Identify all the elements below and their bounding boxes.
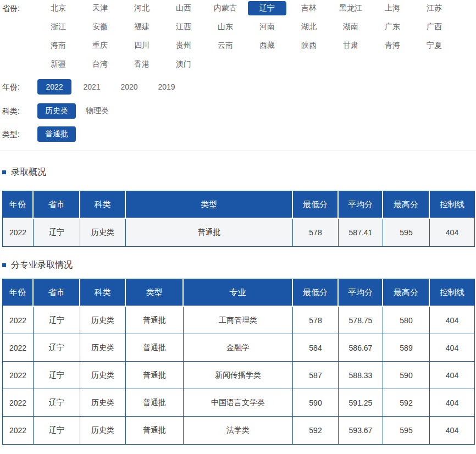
table-cell: 普通批 xyxy=(126,362,184,389)
province-option[interactable]: 福建 xyxy=(121,20,163,34)
table-cell: 2022 xyxy=(3,417,34,444)
header-cell: 控制线 xyxy=(430,191,474,219)
province-option[interactable]: 山西 xyxy=(163,1,204,15)
table-cell: 历史类 xyxy=(80,219,126,246)
table-cell: 589 xyxy=(383,334,430,362)
type-option[interactable]: 普通批 xyxy=(37,126,76,142)
province-option[interactable]: 内蒙古 xyxy=(204,1,246,15)
province-option[interactable]: 吉林 xyxy=(288,1,330,15)
table-cell: 2022 xyxy=(3,219,34,246)
province-option[interactable]: 陕西 xyxy=(288,38,330,53)
subject-option[interactable]: 历史类 xyxy=(37,103,76,119)
province-filter-label: 省份: xyxy=(2,1,37,15)
table-cell: 历史类 xyxy=(80,417,126,444)
year-option[interactable]: 2021 xyxy=(75,79,109,95)
table-cell: 辽宁 xyxy=(34,219,80,246)
header-cell: 年份 xyxy=(3,279,34,307)
province-option[interactable]: 四川 xyxy=(121,38,163,53)
table-cell: 普通批 xyxy=(126,219,293,246)
subject-options: 历史类物理类 xyxy=(37,103,119,119)
province-option[interactable]: 江西 xyxy=(163,20,204,34)
province-option[interactable]: 广西 xyxy=(413,20,455,34)
province-option[interactable]: 安徽 xyxy=(79,20,121,34)
table-cell: 2022 xyxy=(3,334,34,362)
table-cell: 普通批 xyxy=(126,334,184,362)
province-option[interactable]: 黑龙江 xyxy=(330,1,372,15)
table-row: 2022辽宁历史类普通批中国语言文学类590591.25592404 xyxy=(3,389,474,417)
province-option[interactable]: 青海 xyxy=(372,38,413,53)
header-cell: 最高分 xyxy=(383,279,430,307)
province-option[interactable]: 海南 xyxy=(37,38,79,53)
header-cell: 科类 xyxy=(80,279,126,307)
province-option[interactable]: 北京 xyxy=(37,1,79,15)
province-option[interactable]: 山东 xyxy=(204,20,246,34)
header-cell: 最低分 xyxy=(293,191,339,219)
province-option[interactable]: 甘肃 xyxy=(330,38,372,53)
province-option[interactable]: 澳门 xyxy=(163,57,204,71)
province-option[interactable]: 香港 xyxy=(121,57,163,71)
province-option[interactable]: 浙江 xyxy=(37,20,79,34)
province-option[interactable]: 湖北 xyxy=(288,20,330,34)
province-option[interactable]: 西藏 xyxy=(246,38,288,53)
province-option[interactable]: 湖南 xyxy=(330,20,372,34)
type-options: 普通批 xyxy=(37,126,76,142)
type-filter-row: 类型: 普通批 xyxy=(2,126,474,142)
province-option[interactable]: 江苏 xyxy=(413,1,455,15)
admission-scores-page: 省份: 北京天津河北山西内蒙古辽宁吉林黑龙江上海江苏浙江安徽福建江西山东河南湖北… xyxy=(0,0,476,445)
year-option[interactable]: 2022 xyxy=(37,79,71,95)
province-option[interactable]: 河北 xyxy=(121,1,163,15)
province-option[interactable]: 宁夏 xyxy=(413,38,455,53)
overview-section-title: 录取概况 xyxy=(2,167,474,178)
table-cell: 历史类 xyxy=(80,307,126,334)
table-cell: 工商管理类 xyxy=(184,307,293,334)
province-option[interactable]: 云南 xyxy=(204,38,246,53)
table-cell: 588.33 xyxy=(339,362,383,389)
header-cell: 平均分 xyxy=(339,279,383,307)
overview-table: 年份省市科类类型最低分平均分最高分控制线 2022辽宁历史类普通批578587.… xyxy=(2,191,475,247)
table-cell: 404 xyxy=(430,219,474,246)
subject-filter-row: 科类: 历史类物理类 xyxy=(2,103,474,119)
header-cell: 省市 xyxy=(34,279,80,307)
table-cell: 2022 xyxy=(3,307,34,334)
province-option[interactable]: 新疆 xyxy=(37,57,79,71)
table-cell: 578.75 xyxy=(339,307,383,334)
header-cell: 省市 xyxy=(34,191,80,219)
table-cell: 2022 xyxy=(3,389,34,417)
header-cell: 平均分 xyxy=(339,191,383,219)
table-cell: 590 xyxy=(383,362,430,389)
year-filter-label: 年份: xyxy=(2,79,37,95)
province-option[interactable]: 河南 xyxy=(246,20,288,34)
table-cell: 历史类 xyxy=(80,362,126,389)
province-option[interactable]: 贵州 xyxy=(163,38,204,53)
province-option[interactable]: 重庆 xyxy=(79,38,121,53)
province-options: 北京天津河北山西内蒙古辽宁吉林黑龙江上海江苏浙江安徽福建江西山东河南湖北湖南广东… xyxy=(37,1,455,71)
province-option[interactable]: 天津 xyxy=(79,1,121,15)
year-option[interactable]: 2019 xyxy=(150,79,184,95)
header-cell: 科类 xyxy=(80,191,126,219)
overview-table-body: 2022辽宁历史类普通批578587.41595404 xyxy=(3,219,474,246)
table-cell: 历史类 xyxy=(80,334,126,362)
table-cell: 历史类 xyxy=(80,389,126,417)
table-cell: 新闻传播学类 xyxy=(184,362,293,389)
table-row: 2022辽宁历史类普通批金融学584586.67589404 xyxy=(3,334,474,362)
table-cell: 593.67 xyxy=(339,417,383,444)
header-cell: 类型 xyxy=(126,191,293,219)
header-cell: 专业 xyxy=(184,279,293,307)
subject-filter-label: 科类: xyxy=(2,103,37,119)
table-cell: 404 xyxy=(430,334,474,362)
table-cell: 2022 xyxy=(3,362,34,389)
table-cell: 404 xyxy=(430,417,474,444)
table-cell: 580 xyxy=(383,307,430,334)
year-option[interactable]: 2020 xyxy=(112,79,146,95)
province-option[interactable]: 台湾 xyxy=(79,57,121,71)
table-row: 2022辽宁历史类普通批工商管理类578578.75580404 xyxy=(3,307,474,334)
majors-header-row: 年份省市科类类型专业最低分平均分最高分控制线 xyxy=(3,279,474,307)
province-option[interactable]: 广东 xyxy=(372,20,413,34)
subject-option[interactable]: 物理类 xyxy=(78,103,117,119)
header-cell: 最低分 xyxy=(293,279,339,307)
province-filter-row: 省份: 北京天津河北山西内蒙古辽宁吉林黑龙江上海江苏浙江安徽福建江西山东河南湖北… xyxy=(2,1,474,71)
header-cell: 类型 xyxy=(126,279,184,307)
table-cell: 586.67 xyxy=(339,334,383,362)
province-option[interactable]: 辽宁 xyxy=(248,1,286,15)
province-option[interactable]: 上海 xyxy=(372,1,413,15)
